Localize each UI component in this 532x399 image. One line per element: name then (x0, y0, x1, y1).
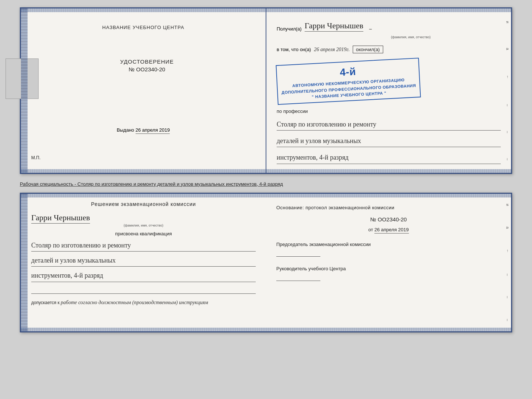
top-doc-left: НАЗВАНИЕ УЧЕБНОГО ЦЕНТРА УДОСТОВЕРЕНИЕ №… (21, 8, 266, 173)
bottom-document: Решением экзаменационной комиссии Гарри … (20, 193, 512, 332)
vtom-date: 26 апреля 2019г. (314, 47, 349, 53)
vydano-block: Выдано 26 апреля 2019 (117, 127, 170, 133)
udostoverenie-number: № OO2З40-20 (39, 66, 255, 72)
side-char-b1: и (506, 204, 510, 206)
side-char-b3: ← (506, 249, 510, 253)
stamp-block: 4-й АВТОНОМНУЮ НЕКОММЕРЧЕСКУЮ ОРГАНИЗАЦИ… (276, 58, 421, 105)
dopusk-text: работе согласно должностным (производств… (61, 300, 208, 305)
vtom-line: в том, что он(а) 26 апреля 2019г. окончи… (277, 46, 501, 53)
top-doc-right: Получил(а) Гарри Чернышев – (фамилия, им… (266, 8, 511, 173)
side-char-3: ← (506, 75, 510, 79)
side-strip-right-bottom: и а ← – – – (504, 194, 511, 331)
vydano-date: 26 апреля 2019 (136, 127, 170, 134)
ot-date: 26 апреля 2019 (374, 227, 409, 234)
blank-line (31, 285, 256, 294)
bottom-doc-right: Основание: протокол экзаменационной коми… (266, 194, 511, 331)
rukovoditel-block: Руководитель учебного Центра (276, 266, 501, 281)
udostoverenie-title: УДОСТОВЕРЕНИЕ (39, 58, 255, 65)
vydano-label: Выдано (117, 127, 134, 133)
bottom-number-block: № OO2З40-20 (276, 216, 501, 222)
between-label-underline: инструментов, 4-й разряд (226, 181, 283, 187)
top-document: НАЗВАНИЕ УЧЕБНОГО ЦЕНТРА УДОСТОВЕРЕНИЕ №… (20, 7, 512, 174)
side-strip-right: и а ← – – – (504, 8, 511, 173)
side-char-b5: – (506, 296, 510, 298)
predsedatel-signature-line (276, 249, 320, 257)
osnovanie-text: Основание: протокол экзаменационной коми… (276, 205, 501, 210)
vtom-label: в том, что он(а) (277, 47, 311, 52)
profession-line2: деталей и узлов музыкальных (277, 135, 501, 147)
ot-block: от 26 апреля 2019 (276, 227, 501, 232)
side-char-5: – (506, 131, 510, 133)
bottom-recipient-name: Гарри Чернышев (31, 213, 90, 224)
prisvoena-text: присвоена квалификация (31, 231, 256, 236)
bottom-name-sublabel: (фамилия, имя, отчество) (31, 224, 256, 227)
bottom-profession-line3: инструментов, 4-й разряд (31, 270, 256, 282)
po-professii-label: по профессии (277, 108, 501, 114)
name-sublabel-top: (фамилия, имя, отчество) (321, 35, 501, 39)
rukovoditel-label: Руководитель учебного Центра (276, 266, 501, 272)
bottom-name-block: Гарри Чернышев (фамилия, имя, отчество) (31, 213, 256, 227)
side-char-6: – (506, 158, 510, 160)
ot-label: от (368, 227, 373, 232)
recipient-name: Гарри Чернышев (305, 21, 363, 32)
dash-top: – (369, 26, 372, 32)
predsedatel-label: Председатель экзаменационной комиссии (276, 241, 501, 248)
rukovoditel-signature-line (276, 274, 320, 281)
side-char-2: а (506, 48, 510, 50)
spine-left-bottom (21, 194, 28, 331)
dopuskaetsya-block: допускается к работе согласно должностны… (31, 300, 256, 306)
bottom-profession-line1: Столяр по изготовлению и ремонту (31, 239, 256, 252)
spine-left (21, 8, 28, 173)
between-label-text: Рабочая специальность - Столяр по изгото… (20, 181, 283, 187)
okoncil-label: окончил(а) (353, 46, 383, 53)
profession-line1: Столяр по изготовлению и ремонту (277, 118, 501, 131)
stamp-area: 4-й АВТОНОМНУЮ НЕКОММЕРЧЕСКУЮ ОРГАНИЗАЦИ… (277, 59, 501, 103)
side-char-b6: – (506, 319, 510, 321)
side-char-4: – (506, 104, 510, 106)
profession-line3: инструментов, 4-й разряд (277, 152, 501, 164)
resheniem-text: Решением экзаменационной комиссии (31, 201, 256, 207)
mp-label: М.П. (31, 155, 40, 160)
side-char-b2: а (506, 227, 510, 229)
dopuskaetsya-label: допускается к (31, 300, 60, 305)
between-label: Рабочая специальность - Столяр по изгото… (20, 180, 512, 187)
poluchil-label: Получил(а) (277, 26, 302, 32)
side-char-1: и (506, 21, 510, 23)
predsedatel-block: Председатель экзаменационной комиссии (276, 241, 501, 257)
bottom-number: № OO2З40-20 (276, 216, 501, 222)
bottom-doc-left: Решением экзаменационной комиссии Гарри … (21, 194, 266, 331)
top-left-heading: НАЗВАНИЕ УЧЕБНОГО ЦЕНТРА (102, 25, 184, 30)
udostoverenie-block: УДОСТОВЕРЕНИЕ № OO2З40-20 (39, 58, 255, 72)
side-char-b4: – (506, 274, 510, 276)
bottom-profession-line2: деталей и узлов музыкальных (31, 254, 256, 267)
